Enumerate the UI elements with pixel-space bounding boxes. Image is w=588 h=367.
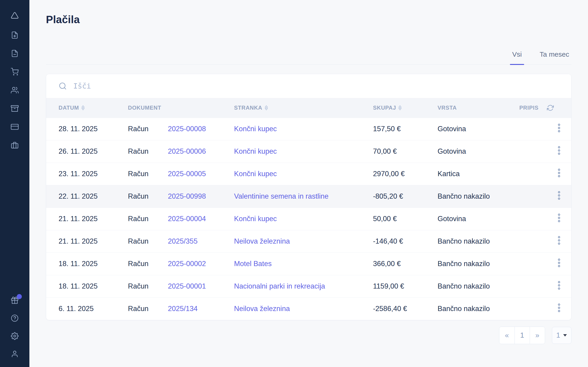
cell-dokument-tip: Račun <box>128 252 168 275</box>
cell-stranka: Končni kupec <box>234 208 373 230</box>
stranka-link[interactable]: Nacionalni parki in rekreacija <box>234 282 325 290</box>
logo-triangle-icon[interactable] <box>11 11 19 19</box>
cell-actions <box>547 298 571 320</box>
stranka-link[interactable]: Valentinine semena in rastline <box>234 192 329 200</box>
cell-datum: 6. 11. 2025 <box>46 298 128 320</box>
stranka-link[interactable]: Motel Bates <box>234 260 272 268</box>
refresh-icon[interactable] <box>547 104 571 111</box>
column-header-pripis: PRIPIS <box>519 98 547 118</box>
sort-icon[interactable] <box>81 105 85 110</box>
cart-icon[interactable] <box>11 68 19 76</box>
table-header: DATUM DOKUMENT STRANKA SKUPAJ <box>46 98 571 118</box>
cell-pripis <box>519 163 547 185</box>
sort-icon[interactable] <box>265 105 268 110</box>
column-header-stranka[interactable]: STRANKA <box>234 98 373 118</box>
cell-pripis <box>519 185 547 208</box>
tab-vsi[interactable]: Vsi <box>510 50 524 65</box>
stranka-link[interactable]: Končni kupec <box>234 125 277 133</box>
credit-card-icon[interactable] <box>11 123 19 131</box>
document-link[interactable]: 2025-00998 <box>168 192 206 200</box>
cell-actions <box>547 163 571 185</box>
cell-stranka: Neilova železnina <box>234 298 373 320</box>
main-content: Plačila Vsi Ta mesec DATUM <box>46 0 571 344</box>
cell-skupaj: 366,00 € <box>373 252 438 275</box>
document-link[interactable]: 2025-00008 <box>168 125 206 133</box>
cell-vrsta: Gotovina <box>438 140 519 163</box>
table-row: 28. 11. 2025 Račun 2025-00008 Končni kup… <box>46 118 571 140</box>
row-menu-icon[interactable] <box>557 123 561 133</box>
sort-icon[interactable] <box>398 105 402 110</box>
row-menu-icon[interactable] <box>557 281 561 290</box>
cell-actions <box>547 140 571 163</box>
column-header-actions <box>547 98 571 118</box>
cell-actions <box>547 252 571 275</box>
cell-vrsta: Kartica <box>438 163 519 185</box>
tab-ta-mesec[interactable]: Ta mesec <box>537 50 571 65</box>
row-menu-icon[interactable] <box>557 303 561 313</box>
cell-dokument-stevilka: 2025-00008 <box>168 118 234 140</box>
briefcase-icon[interactable] <box>11 141 19 149</box>
contacts-icon[interactable] <box>11 86 19 94</box>
per-page-dropdown[interactable]: 1 <box>552 327 571 344</box>
stranka-link[interactable]: Neilova železnina <box>234 305 290 313</box>
cell-skupaj: 1159,00 € <box>373 275 438 298</box>
cell-actions <box>547 118 571 140</box>
cell-dokument-stevilka: 2025-00004 <box>168 208 234 230</box>
document-link[interactable]: 2025-00004 <box>168 215 206 223</box>
search-input[interactable] <box>73 79 571 93</box>
column-header-skupaj[interactable]: SKUPAJ <box>373 98 438 118</box>
document-link[interactable]: 2025-00002 <box>168 260 206 268</box>
chevron-down-icon <box>563 334 567 337</box>
document-link[interactable]: 2025-00001 <box>168 282 206 290</box>
help-icon[interactable] <box>11 314 19 322</box>
row-menu-icon[interactable] <box>557 168 561 178</box>
document-link[interactable]: 2025/134 <box>168 305 198 313</box>
cell-skupaj: -2586,40 € <box>373 298 438 320</box>
stranka-link[interactable]: Končni kupec <box>234 170 277 178</box>
cell-datum: 18. 11. 2025 <box>46 252 128 275</box>
cell-dokument-tip: Račun <box>128 298 168 320</box>
document-add-icon[interactable] <box>11 31 19 39</box>
cell-pripis <box>519 230 547 252</box>
row-menu-icon[interactable] <box>557 236 561 245</box>
cell-datum: 21. 11. 2025 <box>46 208 128 230</box>
cell-stranka: Končni kupec <box>234 118 373 140</box>
cell-datum: 21. 11. 2025 <box>46 230 128 252</box>
pagination-first-button[interactable]: « <box>499 327 515 344</box>
cell-actions <box>547 275 571 298</box>
row-menu-icon[interactable] <box>557 213 561 223</box>
cell-datum: 26. 11. 2025 <box>46 140 128 163</box>
document-link[interactable]: 2025/355 <box>168 237 198 245</box>
column-header-datum[interactable]: DATUM <box>46 98 128 118</box>
cell-skupaj: 50,00 € <box>373 208 438 230</box>
search-icon <box>59 82 67 90</box>
row-menu-icon[interactable] <box>557 258 561 268</box>
cell-vrsta: Gotovina <box>438 118 519 140</box>
stranka-link[interactable]: Končni kupec <box>234 215 277 223</box>
archive-icon[interactable] <box>11 105 19 112</box>
cell-dokument-stevilka: 2025/355 <box>168 230 234 252</box>
document-link[interactable]: 2025-00005 <box>168 170 206 178</box>
pagination-next-button[interactable]: » <box>530 327 545 344</box>
table-row: 23. 11. 2025 Račun 2025-00005 Končni kup… <box>46 163 571 185</box>
stranka-link[interactable]: Neilova železnina <box>234 237 290 245</box>
document-link[interactable]: 2025-00006 <box>168 147 206 155</box>
cell-skupaj: 70,00 € <box>373 140 438 163</box>
cell-stranka: Končni kupec <box>234 163 373 185</box>
gift-icon[interactable] <box>11 296 19 304</box>
notification-dot <box>17 294 22 299</box>
cell-dokument-stevilka: 2025/134 <box>168 298 234 320</box>
row-menu-icon[interactable] <box>557 146 561 155</box>
settings-icon[interactable] <box>11 332 19 340</box>
cell-dokument-stevilka: 2025-00002 <box>168 252 234 275</box>
cell-pripis <box>519 298 547 320</box>
payments-card: DATUM DOKUMENT STRANKA SKUPAJ <box>46 74 571 320</box>
cell-dokument-tip: Račun <box>128 275 168 298</box>
account-icon[interactable] <box>11 350 19 358</box>
stranka-link[interactable]: Končni kupec <box>234 147 277 155</box>
row-menu-icon[interactable] <box>557 191 561 200</box>
cell-datum: 22. 11. 2025 <box>46 185 128 208</box>
document-minus-icon[interactable] <box>11 50 19 57</box>
pagination-page-button[interactable]: 1 <box>515 327 530 344</box>
cell-dokument-stevilka: 2025-00005 <box>168 163 234 185</box>
